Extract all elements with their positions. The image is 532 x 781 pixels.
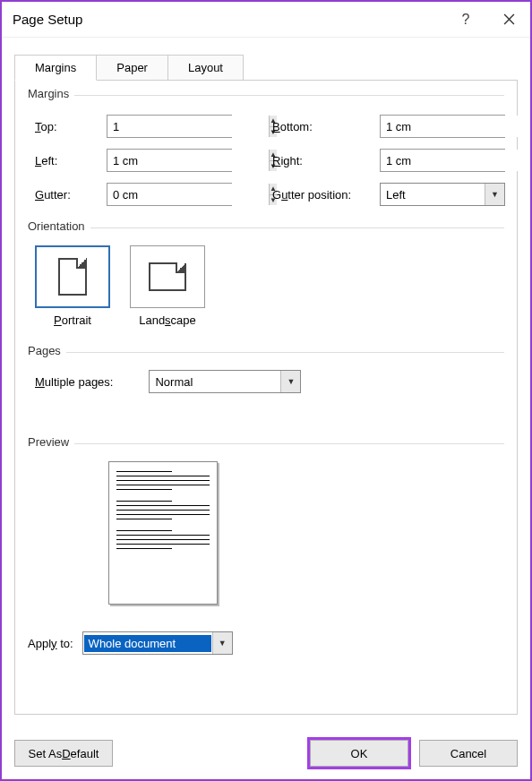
pages-group: Pages Multiple pages: Normal ▼ <box>28 352 504 438</box>
ok-button[interactable]: OK <box>310 740 408 767</box>
window-title: Page Setup <box>13 12 444 27</box>
tab-panel-margins: Margins Top: ▲▼ Bottom: ▲▼ Left: ▲▼ <box>14 80 518 715</box>
pages-legend: Pages <box>28 344 66 357</box>
cancel-button[interactable]: Cancel <box>419 740 518 767</box>
left-label: Left: <box>35 154 107 167</box>
applyto-label: Apply to: <box>28 637 73 650</box>
applyto-value: Whole document <box>84 635 211 652</box>
top-input[interactable] <box>107 116 269 137</box>
preview-legend: Preview <box>28 435 74 449</box>
applyto-dropdown[interactable]: Whole document ▼ <box>82 631 233 655</box>
tab-bar: Margins Paper Layout <box>14 54 518 80</box>
gutter-input[interactable] <box>107 184 269 205</box>
right-label: Right: <box>272 154 380 167</box>
chevron-down-icon: ▼ <box>280 371 300 392</box>
margins-legend: Margins <box>28 87 74 100</box>
gutter-spinner[interactable]: ▲▼ <box>107 183 232 206</box>
multipages-value: Normal <box>150 375 280 389</box>
right-input[interactable] <box>381 150 532 171</box>
multipages-label: Multiple pages: <box>35 375 113 389</box>
tab-layout[interactable]: Layout <box>167 55 244 81</box>
left-spinner[interactable]: ▲▼ <box>107 149 232 172</box>
gutter-label: Gutter: <box>35 188 107 202</box>
chevron-down-icon: ▼ <box>212 632 232 654</box>
help-button[interactable]: ? <box>444 2 487 38</box>
landscape-icon <box>149 262 186 291</box>
top-spinner[interactable]: ▲▼ <box>107 115 232 138</box>
preview-group: Preview Apply to: Whole document ▼ <box>28 443 504 705</box>
left-input[interactable] <box>107 150 269 171</box>
right-spinner[interactable]: ▲▼ <box>380 149 505 172</box>
preview-thumbnail <box>108 461 218 605</box>
chevron-down-icon: ▼ <box>485 184 504 205</box>
margins-group: Margins Top: ▲▼ Bottom: ▲▼ Left: ▲▼ <box>28 95 504 222</box>
orientation-portrait[interactable]: Portrait <box>35 245 110 327</box>
close-button[interactable] <box>487 2 530 38</box>
multipages-dropdown[interactable]: Normal ▼ <box>149 370 301 393</box>
set-default-button[interactable]: Set As Default <box>14 740 113 767</box>
close-icon <box>503 13 515 25</box>
bottom-spinner[interactable]: ▲▼ <box>380 115 505 138</box>
tab-margins[interactable]: Margins <box>14 55 97 81</box>
gutterpos-dropdown[interactable]: Left ▼ <box>380 183 505 206</box>
bottom-input[interactable] <box>381 116 532 137</box>
gutterpos-label: Gutter position: <box>272 188 380 202</box>
top-label: Top: <box>35 120 107 133</box>
orientation-group: Orientation Portrait Landscape <box>28 227 504 347</box>
orientation-landscape[interactable]: Landscape <box>130 245 205 327</box>
orientation-legend: Orientation <box>28 219 90 233</box>
gutterpos-value: Left <box>381 188 485 202</box>
portrait-icon <box>58 258 87 296</box>
tab-paper[interactable]: Paper <box>96 55 168 81</box>
bottom-label: Bottom: <box>272 120 380 133</box>
